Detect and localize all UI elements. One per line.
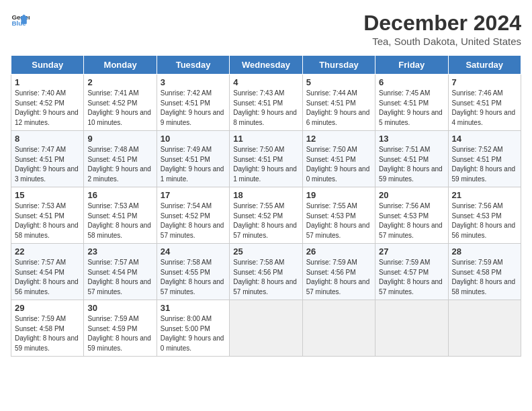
calendar-cell: 8Sunrise: 7:47 AMSunset: 4:51 PMDaylight…: [11, 131, 84, 187]
day-info: Sunrise: 7:59 AMSunset: 4:59 PMDaylight:…: [87, 314, 152, 353]
calendar-cell: 28Sunrise: 7:59 AMSunset: 4:58 PMDayligh…: [448, 244, 521, 300]
day-info: Sunrise: 7:43 AMSunset: 4:51 PMDaylight:…: [233, 89, 298, 128]
calendar-cell: 12Sunrise: 7:50 AMSunset: 4:51 PMDayligh…: [302, 131, 375, 187]
day-info: Sunrise: 7:53 AMSunset: 4:51 PMDaylight:…: [15, 201, 80, 240]
day-info: Sunrise: 7:59 AMSunset: 4:57 PMDaylight:…: [379, 258, 444, 297]
day-info: Sunrise: 7:56 AMSunset: 4:53 PMDaylight:…: [452, 201, 517, 240]
day-info: Sunrise: 7:46 AMSunset: 4:51 PMDaylight:…: [452, 89, 517, 128]
day-info: Sunrise: 7:53 AMSunset: 4:51 PMDaylight:…: [87, 201, 152, 240]
day-info: Sunrise: 7:52 AMSunset: 4:51 PMDaylight:…: [452, 145, 517, 184]
week-row: 22Sunrise: 7:57 AMSunset: 4:54 PMDayligh…: [11, 244, 521, 300]
page-header: General Blue December 2024 Tea, South Da…: [11, 11, 521, 47]
day-number: 29: [15, 303, 80, 313]
day-number: 13: [379, 134, 444, 144]
day-info: Sunrise: 7:56 AMSunset: 4:53 PMDaylight:…: [379, 201, 444, 240]
calendar-cell: 17Sunrise: 7:54 AMSunset: 4:52 PMDayligh…: [157, 187, 229, 244]
day-info: Sunrise: 7:50 AMSunset: 4:51 PMDaylight:…: [233, 145, 298, 184]
calendar-cell: 31Sunrise: 8:00 AMSunset: 5:00 PMDayligh…: [157, 300, 229, 357]
day-number: 8: [15, 134, 80, 144]
day-header-thursday: Thursday: [302, 56, 375, 75]
calendar-cell: 9Sunrise: 7:48 AMSunset: 4:51 PMDaylight…: [84, 131, 157, 187]
day-number: 5: [306, 77, 371, 87]
calendar-cell: 3Sunrise: 7:42 AMSunset: 4:51 PMDaylight…: [157, 75, 229, 131]
calendar-cell: 25Sunrise: 7:58 AMSunset: 4:56 PMDayligh…: [230, 244, 302, 300]
calendar-cell: 22Sunrise: 7:57 AMSunset: 4:54 PMDayligh…: [11, 244, 84, 300]
calendar-cell: 13Sunrise: 7:51 AMSunset: 4:51 PMDayligh…: [375, 131, 448, 187]
day-info: Sunrise: 7:57 AMSunset: 4:54 PMDaylight:…: [15, 258, 80, 297]
day-number: 4: [233, 77, 298, 87]
week-row: 8Sunrise: 7:47 AMSunset: 4:51 PMDaylight…: [11, 131, 521, 187]
calendar-cell: 19Sunrise: 7:55 AMSunset: 4:53 PMDayligh…: [302, 187, 375, 244]
logo: General Blue: [11, 11, 30, 30]
day-number: 17: [161, 190, 226, 200]
days-header-row: SundayMondayTuesdayWednesdayThursdayFrid…: [11, 56, 521, 75]
day-info: Sunrise: 7:49 AMSunset: 4:51 PMDaylight:…: [161, 145, 226, 184]
calendar-cell: 10Sunrise: 7:49 AMSunset: 4:51 PMDayligh…: [157, 131, 229, 187]
day-number: 7: [452, 77, 517, 87]
day-info: Sunrise: 7:45 AMSunset: 4:51 PMDaylight:…: [379, 89, 444, 128]
day-number: 30: [87, 303, 152, 313]
calendar-cell: 23Sunrise: 7:57 AMSunset: 4:54 PMDayligh…: [84, 244, 157, 300]
day-number: 20: [379, 190, 444, 200]
subtitle: Tea, South Dakota, United States: [363, 36, 521, 47]
day-number: 26: [306, 246, 371, 257]
day-number: 10: [161, 134, 226, 144]
day-header-friday: Friday: [375, 56, 448, 75]
day-number: 2: [87, 77, 152, 87]
calendar-cell: 14Sunrise: 7:52 AMSunset: 4:51 PMDayligh…: [448, 131, 521, 187]
day-number: 15: [15, 190, 80, 200]
calendar-cell: 18Sunrise: 7:55 AMSunset: 4:52 PMDayligh…: [230, 187, 302, 244]
day-info: Sunrise: 7:54 AMSunset: 4:52 PMDaylight:…: [161, 201, 226, 240]
day-info: Sunrise: 7:55 AMSunset: 4:53 PMDaylight:…: [306, 201, 371, 240]
calendar-cell: 24Sunrise: 7:58 AMSunset: 4:55 PMDayligh…: [157, 244, 229, 300]
day-number: 9: [87, 134, 152, 144]
day-info: Sunrise: 8:00 AMSunset: 5:00 PMDaylight:…: [161, 314, 226, 353]
calendar-cell: [375, 300, 448, 357]
calendar-cell: 16Sunrise: 7:53 AMSunset: 4:51 PMDayligh…: [84, 187, 157, 244]
day-info: Sunrise: 7:44 AMSunset: 4:51 PMDaylight:…: [306, 89, 371, 128]
day-number: 25: [233, 246, 298, 257]
day-number: 18: [233, 190, 298, 200]
day-header-saturday: Saturday: [448, 56, 521, 75]
title-block: December 2024 Tea, South Dakota, United …: [363, 11, 521, 47]
calendar-cell: 15Sunrise: 7:53 AMSunset: 4:51 PMDayligh…: [11, 187, 84, 244]
day-info: Sunrise: 7:59 AMSunset: 4:58 PMDaylight:…: [15, 314, 80, 353]
week-row: 15Sunrise: 7:53 AMSunset: 4:51 PMDayligh…: [11, 187, 521, 244]
day-info: Sunrise: 7:59 AMSunset: 4:58 PMDaylight:…: [452, 258, 517, 297]
calendar-cell: [302, 300, 375, 357]
day-number: 1: [15, 77, 80, 87]
calendar-cell: 27Sunrise: 7:59 AMSunset: 4:57 PMDayligh…: [375, 244, 448, 300]
day-number: 19: [306, 190, 371, 200]
calendar-cell: 21Sunrise: 7:56 AMSunset: 4:53 PMDayligh…: [448, 187, 521, 244]
day-info: Sunrise: 7:48 AMSunset: 4:51 PMDaylight:…: [87, 145, 152, 184]
day-info: Sunrise: 7:51 AMSunset: 4:51 PMDaylight:…: [379, 145, 444, 184]
day-info: Sunrise: 7:47 AMSunset: 4:51 PMDaylight:…: [15, 145, 80, 184]
calendar-cell: [230, 300, 302, 357]
day-header-tuesday: Tuesday: [157, 56, 229, 75]
day-number: 11: [233, 134, 298, 144]
day-info: Sunrise: 7:50 AMSunset: 4:51 PMDaylight:…: [306, 145, 371, 184]
day-header-wednesday: Wednesday: [230, 56, 302, 75]
day-info: Sunrise: 7:41 AMSunset: 4:52 PMDaylight:…: [87, 89, 152, 128]
day-number: 23: [87, 246, 152, 257]
day-number: 24: [161, 246, 226, 257]
day-number: 16: [87, 190, 152, 200]
day-number: 27: [379, 246, 444, 257]
day-number: 14: [452, 134, 517, 144]
day-header-monday: Monday: [84, 56, 157, 75]
logo-icon: General Blue: [11, 11, 30, 30]
week-row: 29Sunrise: 7:59 AMSunset: 4:58 PMDayligh…: [11, 300, 521, 357]
day-number: 31: [161, 303, 226, 313]
day-info: Sunrise: 7:40 AMSunset: 4:52 PMDaylight:…: [15, 89, 80, 128]
calendar-cell: 20Sunrise: 7:56 AMSunset: 4:53 PMDayligh…: [375, 187, 448, 244]
day-header-sunday: Sunday: [11, 56, 84, 75]
day-info: Sunrise: 7:55 AMSunset: 4:52 PMDaylight:…: [233, 201, 298, 240]
week-row: 1Sunrise: 7:40 AMSunset: 4:52 PMDaylight…: [11, 75, 521, 131]
calendar-cell: 30Sunrise: 7:59 AMSunset: 4:59 PMDayligh…: [84, 300, 157, 357]
calendar-cell: 11Sunrise: 7:50 AMSunset: 4:51 PMDayligh…: [230, 131, 302, 187]
day-number: 28: [452, 246, 517, 257]
calendar-cell: [448, 300, 521, 357]
calendar-cell: 7Sunrise: 7:46 AMSunset: 4:51 PMDaylight…: [448, 75, 521, 131]
calendar-cell: 5Sunrise: 7:44 AMSunset: 4:51 PMDaylight…: [302, 75, 375, 131]
day-info: Sunrise: 7:57 AMSunset: 4:54 PMDaylight:…: [87, 258, 152, 297]
